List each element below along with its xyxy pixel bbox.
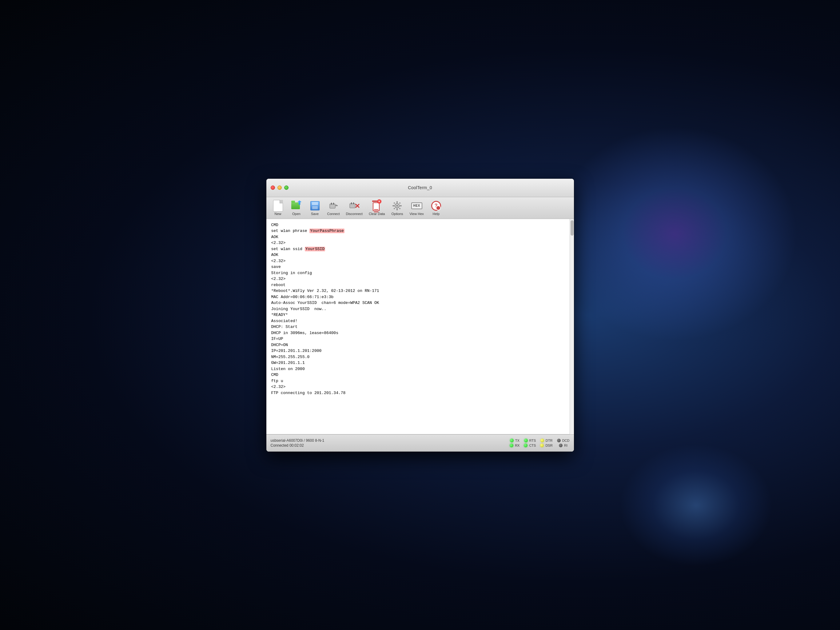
rts-led [524, 439, 528, 442]
svg-rect-0 [330, 204, 335, 208]
options-icon-area [392, 200, 403, 212]
svg-rect-16 [394, 202, 396, 204]
dsr-led [540, 444, 544, 447]
rts-label: RTS [529, 439, 536, 442]
terminal-line: AOK [271, 252, 569, 258]
terminal-line: MAC Addr=00:06:66:71:e3:3b [271, 294, 569, 300]
terminal-line: reboot [271, 282, 569, 288]
save-label: Save [311, 212, 319, 216]
dtr-indicator: DTR [540, 439, 553, 442]
status-left: usbserial-A6007D0i / 9600 8-N-1 Connecte… [271, 438, 325, 448]
svg-point-11 [396, 205, 398, 207]
open-icon-area [291, 200, 302, 212]
ri-led [559, 444, 562, 447]
dcd-indicator: DCD [557, 439, 570, 442]
maximize-button[interactable] [284, 185, 289, 190]
title-bar: CoolTerm_0 [266, 179, 574, 197]
toolbar: New Open Save [266, 197, 574, 219]
terminal-line: set wlan ssid YourSSID [271, 246, 569, 252]
tx-label: TX [515, 439, 519, 442]
dsr-indicator: DSR [540, 444, 553, 447]
terminal-line: <2.32> [271, 258, 569, 264]
terminal-line: NM=255.255.255.0 [271, 354, 569, 360]
terminal-line: Associated! [271, 318, 569, 324]
terminal-line: GW=201.201.1.1 [271, 360, 569, 366]
cts-label: CTS [529, 444, 536, 447]
terminal-line: IF=UP [271, 336, 569, 342]
terminal-output[interactable]: CMDset wlan phrase YourPassPhraseAOK<2.3… [266, 219, 574, 434]
cleardata-button[interactable]: ✕ Clear Data [366, 199, 388, 217]
terminal-line: CMD [271, 372, 569, 378]
terminal-line: *Reboot*.WiFly Ver 2.32, 02-13-2012 on R… [271, 288, 569, 294]
svg-rect-19 [399, 208, 401, 210]
options-icon [392, 201, 402, 211]
connect-icon-area [328, 200, 339, 212]
open-label: Open [292, 212, 300, 216]
terminal-line: Joining YourSSID now.. [271, 306, 569, 312]
terminal-wrapper: CMDset wlan phrase YourPassPhraseAOK<2.3… [266, 219, 574, 434]
disconnect-label: Disconnect [346, 212, 362, 216]
terminal-line: CMD [271, 222, 569, 228]
help-label: Help [433, 212, 439, 216]
port-info: usbserial-A6007D0i / 9600 8-N-1 [271, 438, 325, 443]
connect-label: Connect [327, 212, 340, 216]
viewhex-label: View Hex [409, 212, 423, 216]
dcd-ri-group: DCD RI [557, 439, 570, 447]
minimize-button[interactable] [278, 185, 282, 190]
connect-icon [328, 201, 338, 211]
svg-rect-7 [353, 202, 354, 204]
close-button[interactable] [271, 185, 275, 190]
viewhex-button[interactable]: HEX View Hex [407, 199, 426, 217]
dcd-led [557, 439, 561, 442]
svg-rect-13 [396, 208, 398, 210]
dtr-label: DTR [546, 439, 553, 442]
terminal-line: ftp u [271, 378, 569, 384]
dtr-dsr-group: DTR DSR [540, 439, 553, 447]
terminal-line: <2.32> [271, 240, 569, 246]
new-button[interactable]: New [270, 199, 287, 217]
save-icon [310, 201, 320, 210]
viewhex-icon-area: HEX [411, 200, 422, 212]
cleardata-icon: ✕ [372, 201, 381, 211]
svg-rect-18 [394, 208, 396, 210]
dsr-label: DSR [545, 444, 553, 447]
svg-rect-5 [350, 204, 355, 208]
cts-led [524, 444, 527, 447]
ri-label: RI [564, 444, 567, 447]
tx-indicator: TX [510, 439, 519, 442]
scrollbar-track[interactable] [570, 219, 574, 434]
options-button[interactable]: Options [388, 199, 406, 217]
open-icon [291, 201, 302, 211]
svg-rect-14 [393, 205, 394, 207]
options-label: Options [392, 212, 403, 216]
connect-button[interactable]: Connect [325, 199, 342, 217]
disconnect-button[interactable]: Disconnect [343, 199, 365, 217]
ri-indicator: RI [559, 444, 567, 447]
terminal-line: FTP connecting to 201.201.34.78 [271, 390, 569, 396]
svg-rect-17 [399, 202, 401, 204]
terminal-line: IP=201.201.1.201:2000 [271, 348, 569, 354]
cleardata-icon-area: ✕ [371, 200, 382, 212]
highlighted-text: YourPassPhrase [309, 229, 344, 233]
dtr-led [540, 439, 544, 442]
help-button[interactable]: ? Help [428, 199, 445, 217]
svg-rect-1 [331, 203, 332, 205]
rts-cts-group: RTS CTS [524, 439, 536, 447]
terminal-line: set wlan phrase YourPassPhrase [271, 228, 569, 234]
terminal-line: save [271, 264, 569, 270]
open-button[interactable]: Open [288, 199, 305, 217]
terminal-line: Storing in config [271, 270, 569, 276]
save-button[interactable]: Save [306, 199, 324, 217]
svg-rect-15 [400, 205, 402, 207]
save-icon-area [309, 200, 321, 212]
terminal-line: DHCP in 3096ms, lease=86400s [271, 330, 569, 336]
disconnect-icon-area [349, 200, 360, 212]
scrollbar-thumb[interactable] [570, 220, 574, 236]
terminal-line: DHCP=ON [271, 342, 569, 348]
terminal-line: <2.32> [271, 276, 569, 282]
terminal-line: DHCP: Start [271, 324, 569, 330]
hex-icon: HEX [411, 202, 422, 209]
cts-indicator: CTS [524, 444, 536, 447]
tx-rx-group: TX RX [510, 439, 519, 447]
connection-time: Connected 00:02:02 [271, 443, 325, 448]
